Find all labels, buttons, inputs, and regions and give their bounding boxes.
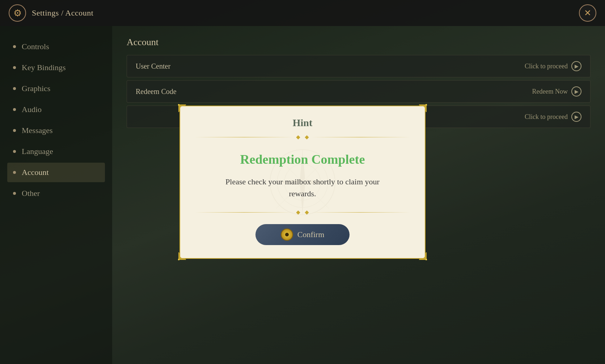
sidebar-item-controls[interactable]: Controls <box>7 37 105 56</box>
top-divider <box>195 136 410 139</box>
sidebar-dot <box>13 171 16 174</box>
divider-line-right <box>311 212 410 213</box>
divider-diamond-left <box>296 135 300 139</box>
sidebar-label: Graphics <box>22 84 50 93</box>
redeem-code-action: Redeem Now ▶ <box>532 86 581 97</box>
sidebar-item-graphics[interactable]: Graphics <box>7 79 105 98</box>
sidebar-dot <box>13 108 16 111</box>
extra-row-action: Click to proceed ▶ <box>525 112 581 122</box>
page-title: Settings / Account <box>32 8 93 18</box>
sidebar-item-audio[interactable]: Audio <box>7 100 105 119</box>
sidebar-item-account[interactable]: Account <box>7 163 105 182</box>
sidebar-dot <box>13 150 16 153</box>
redemption-message: Please check your mailbox shortly to cla… <box>195 176 410 200</box>
sidebar: Controls Key Bindings Graphics Audio Mes… <box>0 26 112 364</box>
section-title: Account <box>127 37 591 48</box>
sidebar-dot <box>13 87 16 90</box>
modal-frame: Hint Redemption Complete Please check yo… <box>179 106 426 259</box>
sidebar-dot <box>13 45 16 48</box>
sidebar-item-language[interactable]: Language <box>7 142 105 161</box>
sidebar-item-other[interactable]: Other <box>7 184 105 203</box>
user-center-label: User Center <box>136 62 525 70</box>
sidebar-label: Key Bindings <box>22 63 66 72</box>
arrow-icon: ▶ <box>571 61 581 71</box>
confirm-label: Confirm <box>297 230 325 239</box>
divider-line-left <box>195 212 294 213</box>
sidebar-dot <box>13 192 16 195</box>
redeem-code-label: Redeem Code <box>136 87 532 96</box>
bottom-divider <box>195 211 410 214</box>
svg-rect-3 <box>426 259 427 260</box>
divider-line-left <box>195 137 294 137</box>
sidebar-label: Other <box>22 189 40 198</box>
divider-diamond-right <box>305 135 309 139</box>
svg-rect-2 <box>178 259 179 260</box>
divider-diamond-left <box>296 210 300 214</box>
sidebar-label: Audio <box>22 105 42 114</box>
sidebar-label: Account <box>22 168 49 177</box>
redeem-code-row[interactable]: Redeem Code Redeem Now ▶ <box>127 80 591 103</box>
sidebar-dot <box>13 129 16 132</box>
sidebar-dot <box>13 66 16 69</box>
sidebar-item-messages[interactable]: Messages <box>7 121 105 140</box>
divider-diamond-right <box>305 210 309 214</box>
confirm-button[interactable]: Confirm <box>255 224 350 245</box>
svg-rect-0 <box>178 104 179 106</box>
arrow-icon: ▶ <box>571 86 581 97</box>
sidebar-item-keybindings[interactable]: Key Bindings <box>7 58 105 77</box>
redemption-complete-title: Redemption Complete <box>195 152 410 167</box>
close-button[interactable]: ✕ <box>579 4 596 22</box>
confirm-icon-inner <box>285 233 289 236</box>
gear-icon: ⚙ <box>9 4 26 22</box>
confirm-icon <box>281 228 293 241</box>
user-center-row[interactable]: User Center Click to proceed ▶ <box>127 55 591 77</box>
sidebar-label: Language <box>22 147 53 156</box>
user-center-action: Click to proceed ▶ <box>525 61 581 71</box>
svg-rect-1 <box>426 104 427 106</box>
arrow-icon: ▶ <box>571 112 581 122</box>
divider-line-right <box>311 137 410 137</box>
modal-content: Redemption Complete Please check your ma… <box>195 152 410 200</box>
sidebar-label: Messages <box>22 126 53 135</box>
hint-dialog: Hint Redemption Complete Please check yo… <box>179 106 426 259</box>
top-bar: ⚙ Settings / Account ✕ <box>0 0 605 26</box>
sidebar-label: Controls <box>22 42 49 51</box>
modal-title: Hint <box>195 117 410 129</box>
